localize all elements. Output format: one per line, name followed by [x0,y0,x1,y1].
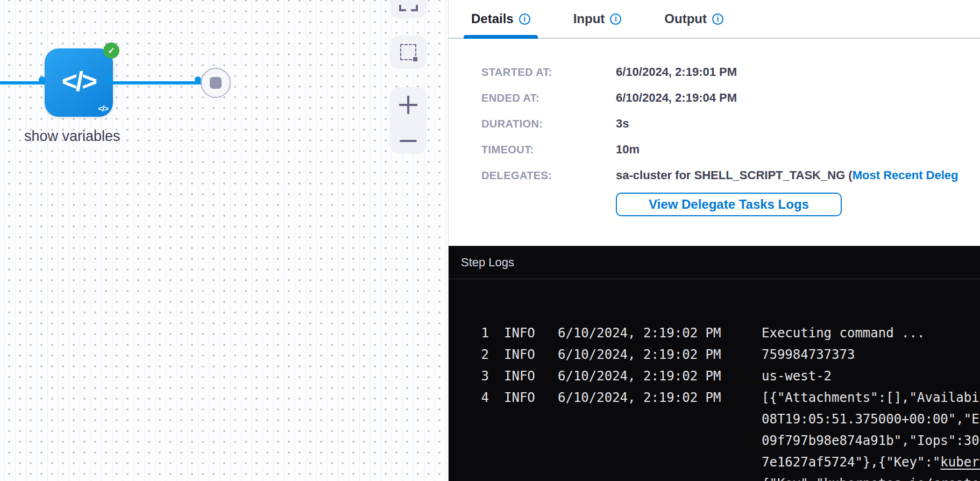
detail-value: 6/10/2024, 2:19:04 PM [616,91,737,105]
info-icon[interactable] [610,13,621,25]
edge-outgoing [112,81,201,84]
log-console[interactable]: 1INFO6/10/2024, 2:19:02 PMExecuting comm… [449,279,980,481]
step-node-label: show variables [24,128,120,145]
zoom-in-icon[interactable] [399,96,417,114]
step-details-panel: Details Input Output STARTED AT: 6/10/20… [448,0,980,481]
tab-details[interactable]: Details [464,0,538,38]
detail-value: 6/10/2024, 2:19:01 PM [616,65,737,79]
tab-output[interactable]: Output [657,0,731,38]
log-row: 3INFO6/10/2024, 2:19:02 PMus-west-2 [480,365,980,387]
edge-incoming [0,81,45,84]
log-row: 1INFO6/10/2024, 2:19:02 PMExecuting comm… [480,322,980,344]
marquee-select-button[interactable] [390,36,427,69]
fit-view-button[interactable] [390,0,427,18]
step-logs-section: Step Logs 1INFO6/10/2024, 2:19:02 PMExec… [449,246,980,481]
zoom-controls[interactable] [390,87,427,154]
stop-icon [210,77,222,89]
details-tabbar: Details Input Output [449,0,980,39]
shell-script-icon: </> [98,104,108,113]
detail-value: sa-cluster for SHELL_SCRIPT_TASK_NG (Mos… [616,168,958,182]
detail-row-timeout: TIMEOUT: 10m [481,137,980,162]
pipeline-end-node[interactable] [201,68,231,98]
detail-row-delegates: DELEGATES: sa-cluster for SHELL_SCRIPT_T… [481,162,980,188]
tab-output-label: Output [664,11,707,26]
tab-input-label: Input [573,11,605,26]
node-input-port [39,76,45,83]
log-row: 4INFO6/10/2024, 2:19:02 PM[{"Attachments… [480,387,980,408]
marquee-select-icon [400,44,416,60]
tab-input[interactable]: Input [566,0,629,38]
step-logs-header: Step Logs [449,246,980,279]
detail-row-ended: ENDED AT: 6/10/2024, 2:19:04 PM [481,85,980,111]
detail-value: 3s [616,117,629,131]
log-row: {"Key":"kubernetes.io/created [480,473,980,481]
fit-view-icon [399,5,418,11]
detail-value: 10m [616,143,640,157]
pipeline-canvas[interactable]: </> </> ✓ show variables [0,0,448,481]
detail-label: DURATION: [481,118,616,130]
info-icon[interactable] [712,13,723,25]
node-output-port [106,76,112,83]
log-row: 08T19:05:51.375000+00:00","En [480,408,980,430]
log-row: 7e1627af5724"},{"Key":"kubern [480,451,980,473]
tab-details-label: Details [471,11,514,26]
most-recent-delegate-link[interactable]: Most Recent Deleg [853,168,958,182]
details-section: STARTED AT: 6/10/2024, 2:19:01 PM ENDED … [449,39,980,216]
log-row: 2INFO6/10/2024, 2:19:02 PM759984737373 [480,344,980,365]
step-logs-title: Step Logs [461,256,514,270]
success-check-icon: ✓ [103,43,119,59]
detail-label: STARTED AT: [481,66,616,79]
step-node-show-variables[interactable]: </> </> ✓ [45,48,113,117]
detail-label: ENDED AT: [481,92,616,104]
log-row: 09f797b98e874a91b","Iops":300 [480,430,980,451]
detail-row-started: STARTED AT: 6/10/2024, 2:19:01 PM [481,59,980,85]
detail-row-duration: DURATION: 3s [481,111,980,137]
detail-label: DELEGATES: [481,169,616,182]
zoom-out-icon[interactable] [400,140,417,142]
info-icon[interactable] [519,13,530,25]
detail-label: TIMEOUT: [481,144,616,156]
view-delegate-tasks-logs-button[interactable]: View Delegate Tasks Logs [616,193,842,216]
log-link[interactable]: kubern [940,455,980,470]
